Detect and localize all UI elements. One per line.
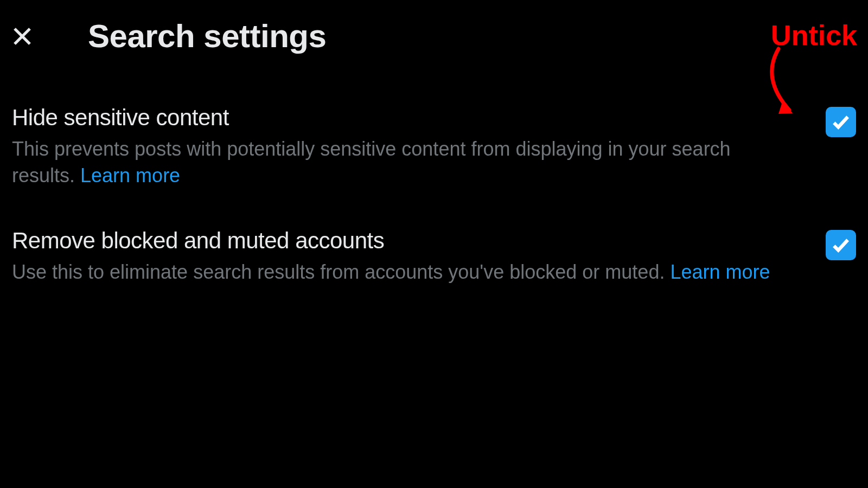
annotation-label: Untick	[771, 19, 857, 52]
checkbox-remove-blocked[interactable]	[826, 230, 856, 260]
setting-description: This prevents posts with potentially sen…	[12, 136, 793, 189]
setting-desc-text: Use this to eliminate search results fro…	[12, 261, 670, 283]
setting-title: Remove blocked and muted accounts	[12, 228, 793, 254]
check-icon	[831, 235, 851, 255]
learn-more-link[interactable]: Learn more	[670, 261, 770, 283]
header: Search settings	[0, 0, 868, 72]
page-title: Search settings	[88, 17, 326, 55]
setting-remove-blocked: Remove blocked and muted accounts Use th…	[12, 228, 856, 286]
setting-text: Remove blocked and muted accounts Use th…	[12, 228, 826, 286]
learn-more-link[interactable]: Learn more	[80, 164, 180, 187]
setting-hide-sensitive: Hide sensitive content This prevents pos…	[12, 105, 856, 189]
check-icon	[831, 112, 851, 132]
checkbox-hide-sensitive[interactable]	[826, 107, 856, 137]
close-icon[interactable]	[11, 25, 34, 48]
settings-list: Hide sensitive content This prevents pos…	[0, 105, 868, 286]
setting-title: Hide sensitive content	[12, 105, 793, 131]
setting-description: Use this to eliminate search results fro…	[12, 259, 793, 286]
setting-text: Hide sensitive content This prevents pos…	[12, 105, 826, 189]
